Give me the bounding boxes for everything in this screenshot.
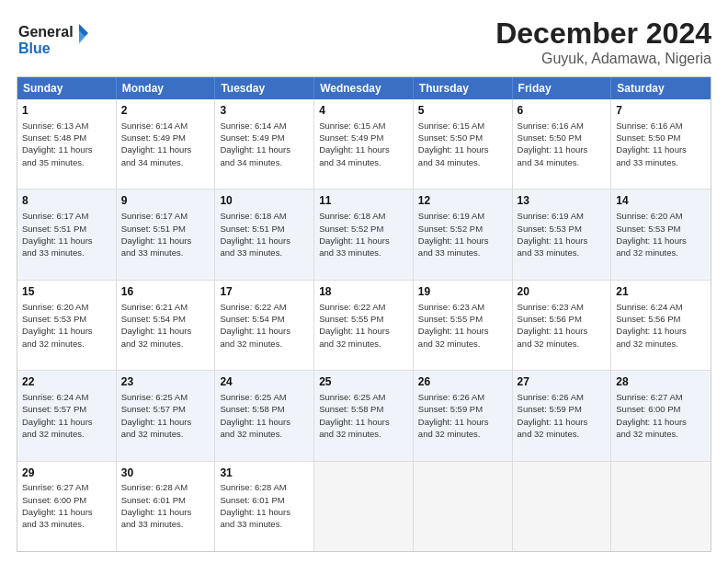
header-wednesday: Wednesday <box>314 77 414 99</box>
day-info: and 33 minutes. <box>121 518 210 530</box>
day-info: Daylight: 11 hours <box>22 144 111 155</box>
day-info: Sunrise: 6:16 AM <box>616 120 706 132</box>
day-info: Daylight: 11 hours <box>319 235 408 247</box>
day-info: and 32 minutes. <box>220 338 309 350</box>
day-number: 26 <box>418 374 507 390</box>
day-info: Sunrise: 6:23 AM <box>518 301 607 313</box>
day-info: Sunrise: 6:19 AM <box>418 210 507 222</box>
day-info: Sunset: 5:49 PM <box>121 132 210 144</box>
day-info: Sunset: 5:50 PM <box>518 132 607 144</box>
calendar-cell <box>611 462 711 551</box>
calendar-cell: 31Sunrise: 6:28 AMSunset: 6:01 PMDayligh… <box>215 462 314 551</box>
day-number: 15 <box>22 284 111 300</box>
header-thursday: Thursday <box>414 77 513 99</box>
calendar-row: 15Sunrise: 6:20 AMSunset: 5:53 PMDayligh… <box>17 280 711 370</box>
header-tuesday: Tuesday <box>215 77 314 99</box>
day-info: Daylight: 11 hours <box>121 506 210 518</box>
day-info: Sunset: 5:52 PM <box>319 223 408 235</box>
page: General Blue December 2024 Guyuk, Adamaw… <box>0 0 728 563</box>
day-info: and 32 minutes. <box>518 428 607 440</box>
calendar-cell: 6Sunrise: 6:16 AMSunset: 5:50 PMDaylight… <box>513 99 612 189</box>
day-info: Daylight: 11 hours <box>121 144 210 155</box>
header: General Blue December 2024 Guyuk, Adamaw… <box>17 17 711 67</box>
day-info: Daylight: 11 hours <box>121 416 210 428</box>
day-number: 24 <box>220 374 309 390</box>
day-info: and 33 minutes. <box>121 247 210 259</box>
day-info: Sunset: 5:49 PM <box>220 132 309 144</box>
svg-text:General: General <box>18 24 74 40</box>
day-number: 3 <box>220 103 309 119</box>
day-info: Sunrise: 6:25 AM <box>121 391 210 403</box>
calendar-cell: 2Sunrise: 6:14 AMSunset: 5:49 PMDaylight… <box>117 99 216 189</box>
calendar-cell: 16Sunrise: 6:21 AMSunset: 5:54 PMDayligh… <box>117 281 216 370</box>
calendar-cell <box>414 462 513 551</box>
day-info: and 33 minutes. <box>22 518 111 530</box>
calendar-cell: 4Sunrise: 6:15 AMSunset: 5:49 PMDaylight… <box>314 99 414 189</box>
day-info: and 34 minutes. <box>518 156 607 168</box>
day-info: Daylight: 11 hours <box>121 235 210 247</box>
day-info: Daylight: 11 hours <box>220 506 309 518</box>
calendar-cell <box>513 462 612 551</box>
day-info: Sunset: 5:51 PM <box>220 223 309 235</box>
day-info: and 33 minutes. <box>418 247 507 259</box>
day-info: Sunset: 5:57 PM <box>121 403 210 415</box>
header-sunday: Sunday <box>17 77 117 99</box>
calendar-cell: 28Sunrise: 6:27 AMSunset: 6:00 PMDayligh… <box>611 371 711 460</box>
calendar-header: Sunday Monday Tuesday Wednesday Thursday… <box>17 77 711 99</box>
day-info: and 32 minutes. <box>616 428 706 440</box>
day-info: Sunset: 5:59 PM <box>418 403 507 415</box>
day-info: Sunrise: 6:22 AM <box>319 301 408 313</box>
day-info: and 32 minutes. <box>121 338 210 350</box>
day-info: Daylight: 11 hours <box>319 325 408 337</box>
day-info: Daylight: 11 hours <box>22 416 111 428</box>
day-info: Sunrise: 6:25 AM <box>220 391 309 403</box>
calendar-cell: 5Sunrise: 6:15 AMSunset: 5:50 PMDaylight… <box>414 99 513 189</box>
day-info: Sunset: 5:59 PM <box>518 403 607 415</box>
header-saturday: Saturday <box>611 77 711 99</box>
day-number: 14 <box>616 193 706 209</box>
day-number: 9 <box>121 193 210 209</box>
day-info: and 34 minutes. <box>220 156 309 168</box>
calendar-cell: 23Sunrise: 6:25 AMSunset: 5:57 PMDayligh… <box>117 371 216 460</box>
day-number: 12 <box>418 193 507 209</box>
day-info: Sunrise: 6:28 AM <box>121 481 210 493</box>
day-number: 29 <box>22 465 111 481</box>
day-info: Daylight: 11 hours <box>418 235 507 247</box>
day-info: Sunrise: 6:21 AM <box>121 301 210 313</box>
day-number: 7 <box>616 103 706 119</box>
day-info: Sunset: 5:55 PM <box>418 313 507 325</box>
calendar-cell: 22Sunrise: 6:24 AMSunset: 5:57 PMDayligh… <box>17 371 117 460</box>
calendar-cell: 27Sunrise: 6:26 AMSunset: 5:59 PMDayligh… <box>513 371 612 460</box>
calendar-cell: 25Sunrise: 6:25 AMSunset: 5:58 PMDayligh… <box>314 371 414 460</box>
day-info: Sunrise: 6:13 AM <box>22 120 111 132</box>
day-info: Sunset: 5:52 PM <box>418 223 507 235</box>
calendar: Sunday Monday Tuesday Wednesday Thursday… <box>17 76 711 552</box>
day-info: Sunset: 5:49 PM <box>319 132 408 144</box>
day-info: and 33 minutes. <box>220 518 309 530</box>
calendar-row: 8Sunrise: 6:17 AMSunset: 5:51 PMDaylight… <box>17 189 711 279</box>
logo-icon: General Blue <box>17 17 90 63</box>
day-info: Sunset: 5:56 PM <box>518 313 607 325</box>
day-info: Sunset: 5:57 PM <box>22 403 111 415</box>
day-info: and 32 minutes. <box>319 338 408 350</box>
day-info: Daylight: 11 hours <box>418 144 507 155</box>
day-number: 30 <box>121 465 210 481</box>
day-info: Sunset: 5:50 PM <box>418 132 507 144</box>
page-title: December 2024 <box>495 17 711 51</box>
calendar-cell: 14Sunrise: 6:20 AMSunset: 5:53 PMDayligh… <box>611 190 711 279</box>
title-block: December 2024 Guyuk, Adamawa, Nigeria <box>495 17 711 67</box>
day-info: Daylight: 11 hours <box>518 235 607 247</box>
calendar-cell: 21Sunrise: 6:24 AMSunset: 5:56 PMDayligh… <box>611 281 711 370</box>
calendar-cell: 9Sunrise: 6:17 AMSunset: 5:51 PMDaylight… <box>117 190 216 279</box>
day-info: Daylight: 11 hours <box>518 144 607 155</box>
day-info: and 34 minutes. <box>319 156 408 168</box>
day-info: Daylight: 11 hours <box>616 144 706 155</box>
day-info: Sunrise: 6:26 AM <box>418 391 507 403</box>
day-info: and 33 minutes. <box>319 247 408 259</box>
day-info: Daylight: 11 hours <box>418 325 507 337</box>
day-info: Sunrise: 6:14 AM <box>220 120 309 132</box>
calendar-cell <box>314 462 414 551</box>
calendar-cell: 30Sunrise: 6:28 AMSunset: 6:01 PMDayligh… <box>117 462 216 551</box>
day-number: 23 <box>121 374 210 390</box>
day-number: 28 <box>616 374 706 390</box>
